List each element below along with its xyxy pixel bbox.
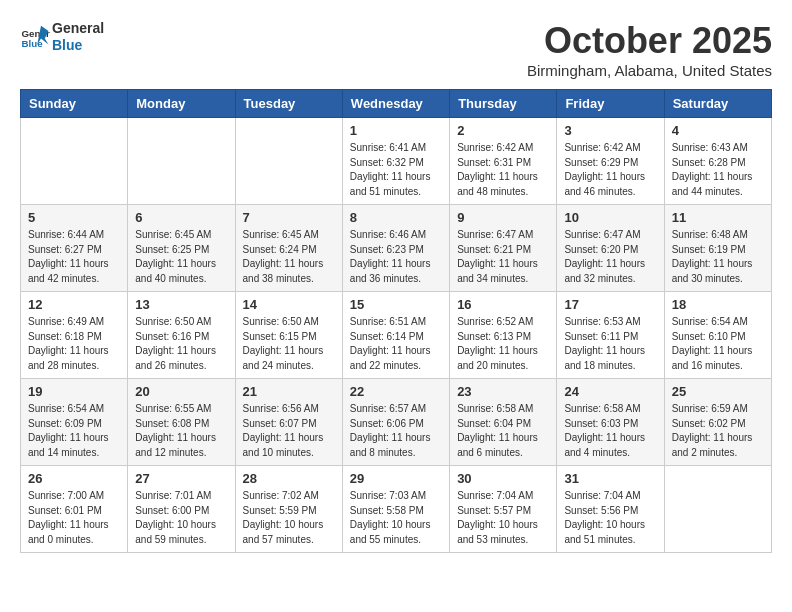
calendar-cell: 29Sunrise: 7:03 AM Sunset: 5:58 PM Dayli…: [342, 466, 449, 553]
day-number: 25: [672, 384, 764, 399]
calendar-cell: 27Sunrise: 7:01 AM Sunset: 6:00 PM Dayli…: [128, 466, 235, 553]
day-info: Sunrise: 6:42 AM Sunset: 6:31 PM Dayligh…: [457, 141, 549, 199]
day-info: Sunrise: 6:47 AM Sunset: 6:20 PM Dayligh…: [564, 228, 656, 286]
calendar-cell: [128, 118, 235, 205]
day-number: 8: [350, 210, 442, 225]
logo-text-general: General: [52, 20, 104, 37]
calendar-cell: 21Sunrise: 6:56 AM Sunset: 6:07 PM Dayli…: [235, 379, 342, 466]
day-info: Sunrise: 6:55 AM Sunset: 6:08 PM Dayligh…: [135, 402, 227, 460]
calendar-cell: 26Sunrise: 7:00 AM Sunset: 6:01 PM Dayli…: [21, 466, 128, 553]
day-info: Sunrise: 6:45 AM Sunset: 6:25 PM Dayligh…: [135, 228, 227, 286]
day-info: Sunrise: 6:57 AM Sunset: 6:06 PM Dayligh…: [350, 402, 442, 460]
day-info: Sunrise: 6:58 AM Sunset: 6:03 PM Dayligh…: [564, 402, 656, 460]
day-number: 18: [672, 297, 764, 312]
day-number: 29: [350, 471, 442, 486]
calendar-cell: 2Sunrise: 6:42 AM Sunset: 6:31 PM Daylig…: [450, 118, 557, 205]
day-number: 16: [457, 297, 549, 312]
weekday-header-saturday: Saturday: [664, 90, 771, 118]
day-info: Sunrise: 7:00 AM Sunset: 6:01 PM Dayligh…: [28, 489, 120, 547]
calendar-cell: 23Sunrise: 6:58 AM Sunset: 6:04 PM Dayli…: [450, 379, 557, 466]
calendar-cell: 24Sunrise: 6:58 AM Sunset: 6:03 PM Dayli…: [557, 379, 664, 466]
calendar-cell: 12Sunrise: 6:49 AM Sunset: 6:18 PM Dayli…: [21, 292, 128, 379]
logo-icon: General Blue: [20, 22, 50, 52]
logo: General Blue General Blue: [20, 20, 104, 54]
day-info: Sunrise: 7:02 AM Sunset: 5:59 PM Dayligh…: [243, 489, 335, 547]
calendar-cell: 8Sunrise: 6:46 AM Sunset: 6:23 PM Daylig…: [342, 205, 449, 292]
week-row-3: 12Sunrise: 6:49 AM Sunset: 6:18 PM Dayli…: [21, 292, 772, 379]
calendar-cell: 17Sunrise: 6:53 AM Sunset: 6:11 PM Dayli…: [557, 292, 664, 379]
weekday-header-friday: Friday: [557, 90, 664, 118]
calendar-cell: 1Sunrise: 6:41 AM Sunset: 6:32 PM Daylig…: [342, 118, 449, 205]
day-number: 4: [672, 123, 764, 138]
calendar-cell: [21, 118, 128, 205]
day-number: 11: [672, 210, 764, 225]
day-number: 28: [243, 471, 335, 486]
day-info: Sunrise: 6:50 AM Sunset: 6:16 PM Dayligh…: [135, 315, 227, 373]
day-number: 24: [564, 384, 656, 399]
week-row-1: 1Sunrise: 6:41 AM Sunset: 6:32 PM Daylig…: [21, 118, 772, 205]
day-number: 2: [457, 123, 549, 138]
day-number: 9: [457, 210, 549, 225]
day-info: Sunrise: 6:53 AM Sunset: 6:11 PM Dayligh…: [564, 315, 656, 373]
day-info: Sunrise: 6:50 AM Sunset: 6:15 PM Dayligh…: [243, 315, 335, 373]
day-info: Sunrise: 6:44 AM Sunset: 6:27 PM Dayligh…: [28, 228, 120, 286]
day-info: Sunrise: 7:03 AM Sunset: 5:58 PM Dayligh…: [350, 489, 442, 547]
day-number: 14: [243, 297, 335, 312]
weekday-header-monday: Monday: [128, 90, 235, 118]
week-row-2: 5Sunrise: 6:44 AM Sunset: 6:27 PM Daylig…: [21, 205, 772, 292]
day-info: Sunrise: 6:52 AM Sunset: 6:13 PM Dayligh…: [457, 315, 549, 373]
day-number: 1: [350, 123, 442, 138]
weekday-header-row: SundayMondayTuesdayWednesdayThursdayFrid…: [21, 90, 772, 118]
day-info: Sunrise: 7:04 AM Sunset: 5:56 PM Dayligh…: [564, 489, 656, 547]
weekday-header-tuesday: Tuesday: [235, 90, 342, 118]
day-number: 10: [564, 210, 656, 225]
calendar-cell: 6Sunrise: 6:45 AM Sunset: 6:25 PM Daylig…: [128, 205, 235, 292]
day-info: Sunrise: 6:58 AM Sunset: 6:04 PM Dayligh…: [457, 402, 549, 460]
calendar-cell: 30Sunrise: 7:04 AM Sunset: 5:57 PM Dayli…: [450, 466, 557, 553]
day-info: Sunrise: 6:59 AM Sunset: 6:02 PM Dayligh…: [672, 402, 764, 460]
day-number: 12: [28, 297, 120, 312]
calendar-cell: 11Sunrise: 6:48 AM Sunset: 6:19 PM Dayli…: [664, 205, 771, 292]
calendar-cell: 16Sunrise: 6:52 AM Sunset: 6:13 PM Dayli…: [450, 292, 557, 379]
day-number: 30: [457, 471, 549, 486]
calendar-cell: [664, 466, 771, 553]
page-header: General Blue General Blue October 2025 B…: [20, 20, 772, 79]
day-info: Sunrise: 6:41 AM Sunset: 6:32 PM Dayligh…: [350, 141, 442, 199]
day-info: Sunrise: 6:45 AM Sunset: 6:24 PM Dayligh…: [243, 228, 335, 286]
weekday-header-sunday: Sunday: [21, 90, 128, 118]
day-info: Sunrise: 6:51 AM Sunset: 6:14 PM Dayligh…: [350, 315, 442, 373]
calendar-cell: 19Sunrise: 6:54 AM Sunset: 6:09 PM Dayli…: [21, 379, 128, 466]
day-info: Sunrise: 6:43 AM Sunset: 6:28 PM Dayligh…: [672, 141, 764, 199]
calendar-cell: [235, 118, 342, 205]
day-number: 31: [564, 471, 656, 486]
day-info: Sunrise: 6:54 AM Sunset: 6:10 PM Dayligh…: [672, 315, 764, 373]
day-info: Sunrise: 7:04 AM Sunset: 5:57 PM Dayligh…: [457, 489, 549, 547]
weekday-header-wednesday: Wednesday: [342, 90, 449, 118]
day-info: Sunrise: 7:01 AM Sunset: 6:00 PM Dayligh…: [135, 489, 227, 547]
day-number: 23: [457, 384, 549, 399]
title-area: October 2025 Birmingham, Alabama, United…: [527, 20, 772, 79]
week-row-4: 19Sunrise: 6:54 AM Sunset: 6:09 PM Dayli…: [21, 379, 772, 466]
day-info: Sunrise: 6:46 AM Sunset: 6:23 PM Dayligh…: [350, 228, 442, 286]
day-info: Sunrise: 6:48 AM Sunset: 6:19 PM Dayligh…: [672, 228, 764, 286]
day-number: 21: [243, 384, 335, 399]
calendar-cell: 4Sunrise: 6:43 AM Sunset: 6:28 PM Daylig…: [664, 118, 771, 205]
calendar-title: October 2025: [527, 20, 772, 62]
weekday-header-thursday: Thursday: [450, 90, 557, 118]
day-number: 5: [28, 210, 120, 225]
calendar-subtitle: Birmingham, Alabama, United States: [527, 62, 772, 79]
day-info: Sunrise: 6:56 AM Sunset: 6:07 PM Dayligh…: [243, 402, 335, 460]
calendar-cell: 25Sunrise: 6:59 AM Sunset: 6:02 PM Dayli…: [664, 379, 771, 466]
calendar-cell: 3Sunrise: 6:42 AM Sunset: 6:29 PM Daylig…: [557, 118, 664, 205]
day-number: 26: [28, 471, 120, 486]
calendar-cell: 18Sunrise: 6:54 AM Sunset: 6:10 PM Dayli…: [664, 292, 771, 379]
calendar-cell: 10Sunrise: 6:47 AM Sunset: 6:20 PM Dayli…: [557, 205, 664, 292]
day-info: Sunrise: 6:54 AM Sunset: 6:09 PM Dayligh…: [28, 402, 120, 460]
calendar-cell: 20Sunrise: 6:55 AM Sunset: 6:08 PM Dayli…: [128, 379, 235, 466]
day-number: 7: [243, 210, 335, 225]
day-number: 17: [564, 297, 656, 312]
logo-text-blue: Blue: [52, 37, 104, 54]
week-row-5: 26Sunrise: 7:00 AM Sunset: 6:01 PM Dayli…: [21, 466, 772, 553]
calendar-cell: 7Sunrise: 6:45 AM Sunset: 6:24 PM Daylig…: [235, 205, 342, 292]
day-number: 15: [350, 297, 442, 312]
